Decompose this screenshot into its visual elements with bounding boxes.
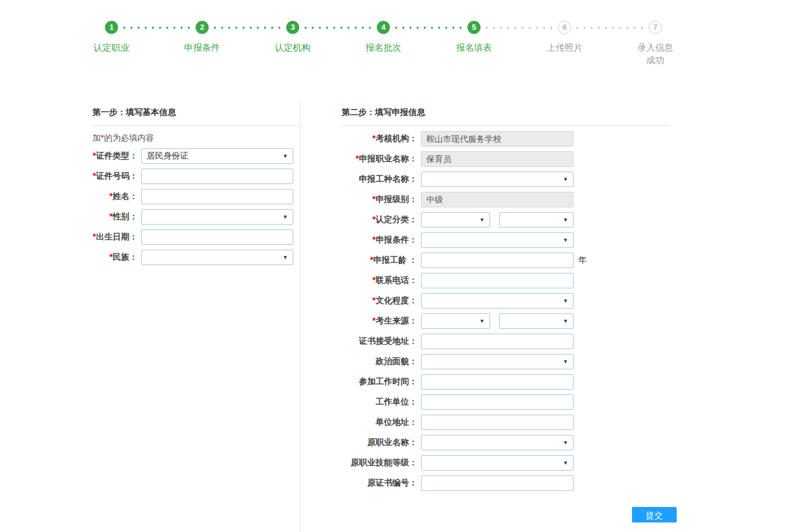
birth-date-label: *出生日期： [92,232,141,242]
job-type-name-select[interactable]: ▼ [421,172,574,187]
dropdown-arrow-icon: ▼ [563,318,568,324]
progress-stepper: 1认定职业2申报条件3认定机构4报名批次5报名填表›6上传照片›7录入信息成功 [66,21,701,66]
declare-condition-label: *申报条件： [342,235,421,245]
employer-input[interactable] [421,394,574,410]
step-2-label: 申报条件 [157,41,247,54]
ethnicity-select[interactable]: ▼ [141,250,293,265]
step-6-circle: 6 [558,21,571,34]
field-declare-condition: *申报条件：▼ [342,232,670,248]
required-asterisk: * [356,154,359,163]
step-6-label: 上传照片 [519,41,610,54]
name-label: *姓名： [92,191,141,202]
step-2: 2申报条件 [157,21,247,66]
dropdown-arrow-icon: ▼ [479,318,485,324]
dropdown-arrow-icon: ▼ [563,237,568,243]
cert-type-select[interactable]: 居民身份证▼ [141,148,293,164]
cert-address-label: 证书接受地址： [342,336,421,347]
dropdown-arrow-icon: ▼ [283,214,288,220]
field-gender: *性别：▼ [92,209,299,225]
candidate-source-label: *考生来源： [342,316,421,326]
dropdown-arrow-icon: ▼ [563,440,568,446]
field-cert-type: *证件类型：居民身份证▼ [92,148,299,164]
field-work-years: *申报工龄 ：年 [342,253,670,268]
field-assess-org: *考核机构：鞍山市现代服务学校 [342,131,670,147]
former-occupation-label: 原职业名称： [342,437,421,448]
education-select[interactable]: ▼ [421,293,574,309]
phone-label: *联系电话： [342,275,421,286]
name-input[interactable] [141,189,293,204]
field-former-skill-level: 原职业技能等级：▼ [342,455,670,471]
occupation-name-readonly-field: 保育员 [421,151,574,167]
required-note: 加*的为必填内容 [92,133,299,144]
cert-type-selected-value: 居民身份证 [147,151,188,161]
employer-address-label: 单位地址： [342,417,421,428]
dropdown-arrow-icon: ▼ [563,217,568,223]
required-asterisk: * [93,171,96,181]
step-1-circle: 1 [105,21,118,34]
assess-org-readonly-field: 鞍山市现代服务学校 [421,131,574,147]
step-7-label: 录入信息成功 [610,41,701,66]
required-asterisk: * [110,252,113,262]
required-asterisk: * [373,214,376,224]
required-asterisk: * [110,191,113,201]
former-occupation-select[interactable]: ▼ [421,435,574,450]
candidate-source-1-select[interactable]: ▼ [421,313,490,329]
ethnicity-label: *民族： [92,252,141,263]
political-status-select[interactable]: ▼ [421,354,574,369]
field-cert-number: *证件号码： [92,169,299,184]
step-1: 1认定职业 [66,21,157,66]
field-ethnicity: *民族：▼ [92,250,299,265]
left-form-title: 第一步：填写基本信息 [92,107,299,126]
assess-org-label: *考核机构： [342,133,421,144]
submit-button[interactable]: 提交 [632,507,677,522]
cert-number-input[interactable] [141,169,293,184]
required-asterisk: * [93,232,96,241]
gender-select[interactable]: ▼ [141,209,293,225]
step-7: 7录入信息成功 [610,21,701,66]
step-3-circle: 3 [286,21,299,34]
work-years-input[interactable] [421,253,574,268]
classification-1-select[interactable]: ▼ [421,212,490,228]
work-years-unit-suffix: 年 [578,255,587,266]
required-asterisk: * [370,255,373,265]
candidate-source-2-select[interactable]: ▼ [499,313,574,329]
declare-condition-select[interactable]: ▼ [421,232,574,248]
declare-level-readonly-field: 中级 [421,192,574,207]
dropdown-arrow-icon: ▼ [283,254,288,260]
political-status-label: 政治面貌： [342,356,421,367]
step-4: 4报名批次 [338,21,429,66]
work-years-label: *申报工龄 ： [342,255,421,266]
required-asterisk: * [373,316,376,325]
birth-date-input[interactable] [141,229,293,245]
former-skill-level-label: 原职业技能等级： [342,458,421,468]
step-3: 3认定机构 [247,21,338,66]
phone-input[interactable] [421,273,574,288]
required-asterisk: * [93,151,96,160]
dropdown-arrow-icon: ▼ [283,153,288,159]
field-classification: *认定分类：▼▼ [342,212,670,228]
step-6: 6上传照片› [519,21,610,66]
step-4-label: 报名批次 [338,41,429,54]
former-skill-level-select[interactable]: ▼ [421,455,574,471]
former-cert-number-input[interactable] [421,475,574,491]
step-2-circle: 2 [196,21,209,34]
occupation-name-label: *申报职业名称： [342,154,421,164]
classification-2-select[interactable]: ▼ [499,212,574,228]
declare-level-label: *申报级别： [342,194,421,205]
employer-address-input[interactable] [421,415,574,430]
step-3-label: 认定机构 [247,41,338,54]
former-cert-number-label: 原证书编号： [342,478,421,489]
right-form-title: 第二步：填写申报信息 [342,107,670,126]
step-4-circle: 4 [377,21,390,34]
dropdown-arrow-icon: ▼ [479,217,485,223]
dropdown-arrow-icon: ▼ [563,460,568,466]
field-former-occupation: 原职业名称：▼ [342,435,670,450]
step-7-circle: 7 [649,21,662,34]
required-asterisk: * [373,235,376,244]
work-start-time-input[interactable] [421,374,574,390]
field-name: *姓名： [92,189,299,204]
field-birth-date: *出生日期： [92,229,299,245]
step-5-label: 报名填表 [429,41,519,54]
column-divider [300,101,300,532]
cert-address-input[interactable] [421,334,574,349]
